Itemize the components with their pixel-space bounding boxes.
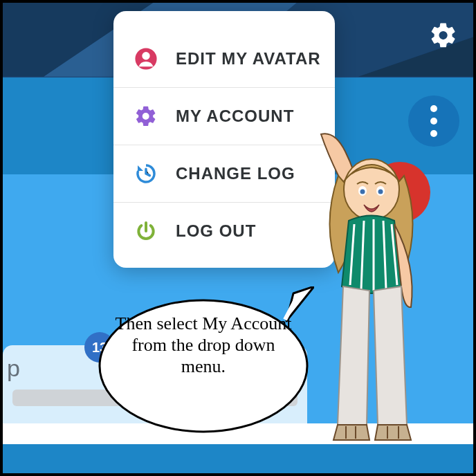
svg-point-5 (142, 52, 149, 60)
menu-item-edit-avatar[interactable]: EDIT MY AVATAR (113, 30, 335, 87)
gear-icon (429, 21, 458, 50)
menu-item-label: LOG OUT (176, 221, 256, 241)
settings-button[interactable] (426, 18, 461, 53)
panel-hint-text: p (7, 355, 20, 382)
menu-item-label: CHANGE LOG (176, 164, 295, 183)
svg-point-8 (360, 190, 365, 194)
dot-icon (430, 118, 437, 125)
history-icon (134, 162, 158, 185)
gear-icon (134, 104, 158, 128)
svg-point-10 (378, 190, 383, 194)
avatar-icon (134, 47, 158, 71)
power-icon (134, 219, 158, 243)
dot-icon (430, 105, 437, 112)
menu-item-label: MY ACCOUNT (176, 107, 294, 126)
menu-item-label: EDIT MY AVATAR (176, 49, 321, 68)
guide-avatar (300, 127, 452, 452)
speech-bubble: Then select My Account from the drop dow… (93, 286, 314, 439)
speech-bubble-text: Then select My Account from the drop dow… (113, 313, 293, 378)
tutorial-frame: p 13 EDIT MY AVATAR MY ACCOUNT CHANGE LO… (0, 0, 476, 476)
